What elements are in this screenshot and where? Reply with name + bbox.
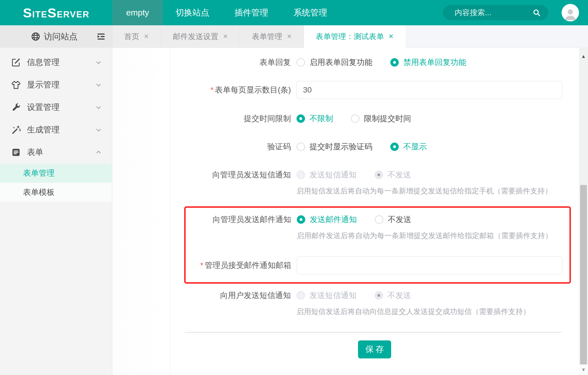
close-icon[interactable]: ✕: [144, 33, 149, 40]
form-row-admin-sms: 向管理员发送短信通知 发送短信通知 不发送: [170, 169, 579, 181]
edit-square-icon: [11, 58, 21, 67]
search-icon[interactable]: [532, 8, 541, 17]
sidebar-item-label: 生成管理: [27, 124, 60, 135]
tab-form-management-test-form[interactable]: 表单管理：测试表单 ✕: [304, 25, 405, 48]
current-site-button[interactable]: empty: [112, 0, 163, 25]
radio-disabled-checked-icon: [375, 291, 383, 300]
radio-disable-reply[interactable]: 禁用表单回复功能: [390, 57, 466, 68]
tab-bar: 首页 ✕ 邮件发送设置 ✕ 表单管理 ✕ 表单管理：测试表单 ✕: [112, 25, 588, 48]
sidebar-item-settings-management[interactable]: 设置管理: [0, 96, 112, 119]
radio-no-send-sms-disabled: 不发送: [375, 170, 411, 180]
tab-label: 首页: [124, 31, 139, 42]
form-row-reply: 表单回复 启用表单回复功能 禁用表单回复功能: [170, 56, 579, 69]
chevron-down-icon: [95, 81, 102, 89]
field-label: 向管理员发送邮件通知: [186, 214, 297, 225]
visit-site-header[interactable]: 访问站点: [0, 25, 112, 48]
admin-mail-address-input[interactable]: [297, 256, 562, 274]
chevron-down-icon: [95, 126, 102, 134]
logo-letter: S: [47, 6, 57, 19]
visit-site-label: 访问站点: [44, 31, 78, 42]
radio-send-mail[interactable]: 发送邮件通知: [297, 214, 357, 225]
user-sms-help-text: 启用短信发送后将自动向信息提交人发送提交成功短信（需要插件支持）: [297, 307, 579, 317]
radio-no-limit[interactable]: 不限制: [297, 113, 333, 124]
sidebar-item-display-management[interactable]: 显示管理: [0, 74, 112, 96]
radio-user-send-sms-disabled: 发送短信通知: [297, 290, 357, 301]
logo-letter: S: [23, 6, 32, 19]
scroll-up-arrow-icon[interactable]: ▲: [579, 52, 588, 61]
tab-home[interactable]: 首页 ✕: [112, 25, 161, 48]
admin-mail-help-text: 启用邮件发送后将自动为每一条新增提交发送邮件给指定邮箱（需要插件支持）: [297, 231, 569, 241]
scrollbar-thumb[interactable]: [580, 185, 587, 364]
sidebar-item-label: 表单: [27, 147, 43, 158]
form-row-captcha: 验证码 提交时显示验证码 不显示: [170, 141, 579, 153]
logo-text: ERVER: [57, 10, 89, 19]
form-row-admin-mail-address: *管理员接受邮件通知邮箱: [186, 256, 569, 274]
field-label: 验证码: [170, 141, 297, 152]
radio-checked-icon: [297, 114, 305, 123]
tab-label: 表单管理：测试表单: [316, 31, 384, 42]
form-settings-panel: 表单回复 启用表单回复功能 禁用表单回复功能 *表单每页显示数目(条) 提交时间…: [170, 48, 579, 375]
radio-limit-time[interactable]: 限制提交时间: [351, 113, 411, 124]
top-header: SITESERVER empty 切换站点 插件管理 系统管理: [0, 0, 588, 25]
close-icon[interactable]: ✕: [388, 33, 393, 40]
field-label: 向用户发送短信通知: [170, 290, 297, 301]
red-highlight-box: 向管理员发送邮件通知 发送邮件通知 不发送 启用邮件发送后将自动为每一条新增提交…: [184, 206, 571, 284]
radio-disabled-icon: [297, 291, 305, 300]
sidebar: 访问站点 信息管理 显示管理 设置管理: [0, 25, 112, 375]
radio-checked-icon: [390, 58, 399, 67]
page-size-input[interactable]: [297, 81, 562, 99]
form-row-time-limit: 提交时间限制 不限制 限制提交时间: [170, 112, 579, 125]
search-input[interactable]: [455, 8, 532, 17]
nav-plugin-management[interactable]: 插件管理: [222, 0, 281, 25]
radio-send-sms-disabled: 发送短信通知: [297, 170, 357, 180]
logo: SITESERVER: [0, 0, 112, 25]
tab-mail-settings[interactable]: 邮件发送设置 ✕: [161, 25, 240, 48]
sidebar-item-generate-management[interactable]: 生成管理: [0, 119, 112, 141]
form-row-user-sms: 向用户发送短信通知 发送短信通知 不发送: [170, 289, 579, 302]
sidebar-item-forms[interactable]: 表单: [0, 141, 112, 164]
sidebar-item-info-management[interactable]: 信息管理: [0, 51, 112, 74]
user-avatar[interactable]: [562, 4, 579, 21]
sidebar-item-label: 显示管理: [27, 79, 60, 91]
sidebar-subitem-form-templates[interactable]: 表单模板: [0, 183, 112, 202]
radio-icon: [351, 114, 359, 123]
field-label: 提交时间限制: [170, 113, 297, 124]
radio-disabled-checked-icon: [375, 171, 383, 179]
chevron-down-icon: [95, 58, 102, 66]
form-row-admin-mail: 向管理员发送邮件通知 发送邮件通知 不发送: [186, 213, 569, 226]
radio-hide-captcha[interactable]: 不显示: [390, 141, 427, 152]
content-search-box[interactable]: [443, 5, 548, 20]
nav-system-management[interactable]: 系统管理: [281, 0, 340, 25]
siteserver-logo: SITESERVER: [23, 6, 89, 19]
radio-enable-reply[interactable]: 启用表单回复功能: [297, 57, 372, 68]
radio-icon: [297, 58, 305, 67]
radio-show-captcha[interactable]: 提交时显示验证码: [297, 141, 372, 152]
radio-icon: [297, 143, 305, 151]
user-avatar-icon: [564, 6, 577, 21]
admin-sms-help-text: 启用短信发送后将自动为每一条新增提交发送短信给指定手机（需要插件支持）: [297, 186, 579, 196]
form-document-icon: [11, 148, 21, 157]
tab-label: 邮件发送设置: [173, 31, 218, 42]
close-icon[interactable]: ✕: [223, 33, 228, 40]
sidebar-subitem-form-management[interactable]: 表单管理: [0, 164, 112, 183]
sidebar-item-label: 信息管理: [27, 57, 60, 68]
form-row-page-size: *表单每页显示数目(条): [170, 81, 579, 99]
required-mark: *: [200, 261, 203, 270]
save-button[interactable]: 保 存: [358, 340, 391, 358]
field-label: *管理员接受邮件通知邮箱: [186, 260, 297, 271]
chevron-up-icon: [95, 148, 102, 156]
sidebar-item-label: 设置管理: [27, 102, 60, 113]
radio-no-send-mail[interactable]: 不发送: [375, 214, 411, 225]
tab-bar-spacer: [405, 25, 588, 48]
menu-fold-icon[interactable]: [96, 32, 106, 41]
tab-form-management[interactable]: 表单管理 ✕: [240, 25, 304, 48]
sidebar-menu: 信息管理 显示管理 设置管理: [0, 48, 112, 202]
radio-checked-icon: [390, 143, 399, 151]
field-label: *表单每页显示数目(条): [170, 85, 297, 95]
tshirt-icon: [11, 80, 21, 90]
close-icon[interactable]: ✕: [287, 33, 292, 40]
vertical-scrollbar[interactable]: ▲ ▼: [579, 48, 588, 375]
field-label: 表单回复: [170, 57, 297, 68]
scroll-down-arrow-icon[interactable]: ▼: [579, 365, 588, 375]
nav-switch-site[interactable]: 切换站点: [163, 0, 222, 25]
